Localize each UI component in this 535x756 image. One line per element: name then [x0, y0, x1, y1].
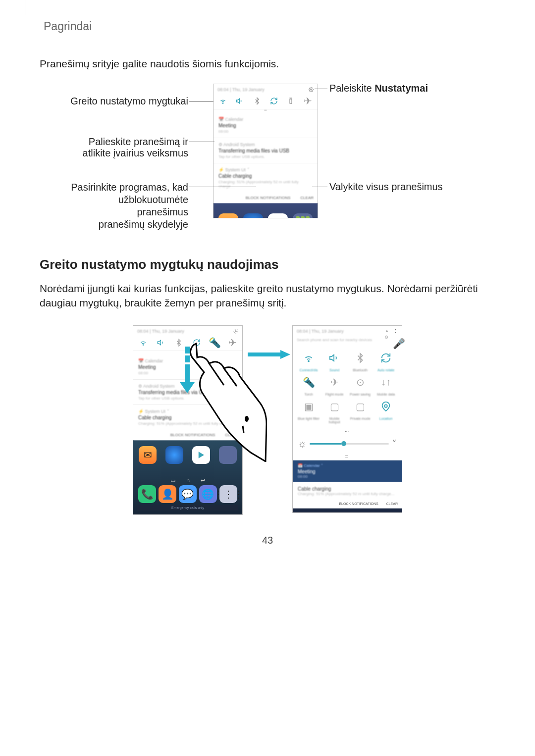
home-screen-preview: ✉ ▭ ⌂ ↩ 📞 👤 💬 🌐 ⋮⋮⋮ Emergency	[133, 440, 242, 514]
intro-text: Pranešimų srityje galite naudotis šiomis…	[40, 58, 495, 70]
svg-point-1	[222, 103, 223, 103]
notification-usb[interactable]: ⚙ Android System Transferring media file…	[214, 138, 318, 163]
svg-point-9	[386, 331, 388, 332]
phone-screenshot-3: 08:04 | Thu, 19 January ⚙ ⋮ Search phone…	[292, 325, 402, 513]
callout-clear-all: Valykite visus pranešimus	[329, 181, 468, 193]
rotate-icon[interactable]	[270, 97, 278, 105]
figure-swipe-down: 08:04 | Thu, 19 January 🔦 ✈ = 📅 Calendar…	[40, 325, 495, 515]
section-body: Norėdami įjungti kai kurias funkcijas, p…	[40, 281, 495, 310]
gear-icon[interactable]	[233, 329, 238, 334]
sound-icon[interactable]	[236, 97, 244, 105]
nav-home-icon[interactable]: ⌂	[186, 477, 190, 484]
private-mode-toggle[interactable]: ▢	[352, 398, 369, 415]
apps-icon[interactable]: ⋮⋮⋮	[219, 485, 237, 503]
chevron-down-icon[interactable]: ˅	[392, 438, 397, 450]
pager-dots: • ·	[293, 428, 402, 435]
clear-button[interactable]: CLEAR	[386, 502, 398, 505]
flight-toggle[interactable]: ✈	[326, 374, 343, 391]
wifi-toggle[interactable]	[300, 350, 317, 366]
location-toggle[interactable]	[377, 398, 394, 415]
status-time: 08:04	[217, 87, 229, 92]
brightness-icon: ☼	[298, 438, 307, 450]
notification-charging[interactable]: ⚡ System UI ˅ Cable charging Charging: 5…	[214, 163, 318, 193]
phone-app-icon[interactable]: 📞	[138, 485, 156, 503]
callout-quick-settings: Greito nustatymo mygtukai	[64, 96, 188, 107]
svg-point-10	[308, 360, 309, 361]
sound-icon[interactable]	[157, 339, 165, 347]
page-header: Pagrindai	[44, 20, 495, 33]
notification-usb[interactable]: ⚙ Android System Transferring media file…	[133, 380, 242, 405]
notification-calendar[interactable]: 📅 Calendar ˅ Meeting 08:00	[293, 460, 402, 482]
play-app-icon[interactable]	[192, 446, 210, 464]
wifi-icon[interactable]	[219, 97, 227, 105]
apps-grid-icon[interactable]	[219, 446, 237, 464]
dock-preview: ✉	[214, 203, 318, 218]
torch-icon[interactable]	[287, 97, 295, 105]
mobile-data-toggle[interactable]: ↓↑	[377, 374, 394, 391]
torch-icon[interactable]: 🔦	[211, 339, 218, 347]
block-notifications-button[interactable]: BLOCK NOTIFICATIONS	[246, 196, 291, 200]
bluetooth-icon[interactable]	[175, 339, 183, 347]
gear-icon[interactable]: ⚙	[384, 329, 389, 334]
clear-button[interactable]: CLEAR	[300, 196, 314, 200]
figure-notification-panel: 08:04 | Thu, 19 January ✈ = 📅 Calendar M…	[40, 84, 495, 232]
wifi-icon[interactable]	[139, 339, 147, 347]
callout-launch-settings: Paleiskite Nustatymai	[329, 83, 468, 94]
notification-calendar[interactable]: 📅 Calendar Meeting 08:00	[133, 354, 242, 380]
nav-back-icon[interactable]: ↩	[201, 477, 205, 484]
block-notifications-button[interactable]: BLOCK NOTIFICATIONS	[339, 502, 378, 505]
flight-icon[interactable]: ✈	[228, 339, 236, 347]
rotate-toggle[interactable]	[377, 350, 394, 366]
flight-icon[interactable]: ✈	[304, 97, 312, 105]
browser-app-icon[interactable]	[243, 213, 263, 218]
search-input[interactable]: Search phone and scan for nearby devices	[297, 338, 390, 342]
clear-button[interactable]: CLEAR	[225, 433, 238, 437]
messages-app-icon[interactable]: 💬	[179, 485, 197, 503]
nav-recent-icon[interactable]: ▭	[170, 477, 175, 484]
bluetooth-toggle[interactable]	[352, 350, 369, 366]
phone-screenshot-1: 08:04 | Thu, 19 January ✈ = 📅 Calendar M…	[213, 84, 318, 218]
gear-icon[interactable]	[309, 87, 314, 92]
page-number: 43	[40, 535, 495, 546]
more-icon[interactable]: ⋮	[393, 329, 398, 334]
block-notifications-button[interactable]: BLOCK NOTIFICATIONS	[170, 433, 215, 437]
svg-rect-2	[290, 99, 292, 103]
notification-charging[interactable]: Cable charging Charging: 51% (Approximat…	[293, 482, 402, 499]
power-saving-toggle[interactable]: ⊙	[352, 374, 369, 391]
blue-light-toggle[interactable]: ▣	[300, 398, 317, 415]
phone-screenshot-2: 08:04 | Thu, 19 January 🔦 ✈ = 📅 Calendar…	[133, 325, 243, 515]
play-app-icon[interactable]	[268, 213, 288, 218]
torch-toggle[interactable]: 🔦	[300, 374, 317, 391]
callout-block-apps: Pasirinkite programas, kad užblokuotumėt…	[64, 181, 188, 231]
section-title: Greito nustatymo mygtukų naudojimas	[40, 257, 495, 272]
browser-app-icon[interactable]	[165, 446, 183, 464]
mail-app-icon[interactable]: ✉	[218, 213, 238, 218]
brightness-slider[interactable]: ☼ ˅	[293, 435, 402, 453]
svg-point-8	[245, 416, 249, 422]
apps-grid-icon[interactable]	[293, 213, 313, 218]
rotate-icon[interactable]	[193, 339, 201, 347]
arrow-right-icon	[248, 350, 290, 359]
hotspot-toggle[interactable]: ▢	[326, 398, 343, 415]
mic-icon[interactable]: 🎤	[393, 338, 398, 343]
notification-charging[interactable]: ⚡ System UI ˅ Cable charging Charging: 5…	[133, 405, 242, 430]
contacts-app-icon[interactable]: 👤	[159, 485, 176, 503]
svg-point-0	[311, 89, 312, 91]
svg-point-3	[235, 331, 237, 332]
notification-calendar[interactable]: 📅 Calendar Meeting 08:00	[214, 113, 318, 138]
emergency-text: Emergency calls only	[137, 505, 238, 510]
mail-app-icon[interactable]: ✉	[139, 446, 157, 464]
bluetooth-icon[interactable]	[253, 97, 261, 105]
svg-point-4	[143, 345, 143, 345]
sound-toggle[interactable]	[326, 350, 343, 366]
status-date: Thu, 19 January	[232, 87, 265, 92]
callout-tap-notification: Palieskite pranešimą ir atlikite įvairiu…	[64, 136, 188, 159]
page-margin-line	[25, 0, 25, 15]
svg-point-11	[384, 404, 387, 407]
